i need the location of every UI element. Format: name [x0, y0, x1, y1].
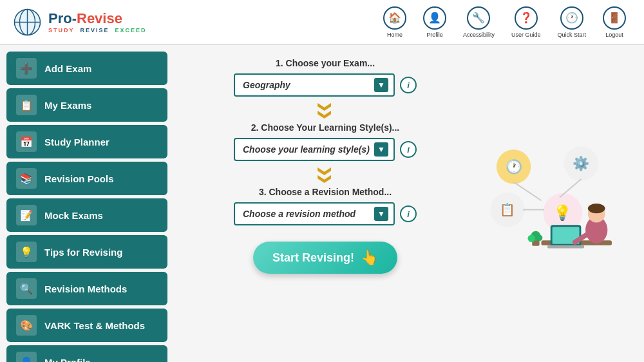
- sidebar-my-profile-label: My Profile: [44, 357, 91, 363]
- nav-quick-start-label: Quick Start: [557, 32, 586, 38]
- exam-select[interactable]: Geography Mathematics English Science Hi…: [234, 73, 395, 97]
- sidebar-mock-exams-label: Mock Exams: [44, 210, 103, 221]
- learning-style-select[interactable]: Choose your learning style(s) Visual Aud…: [234, 138, 395, 161]
- nav-home[interactable]: 🏠 Home: [378, 3, 412, 41]
- sidebar-my-exams-label: My Exams: [44, 100, 91, 111]
- step3-dropdown-wrapper: Choose a revision method Flashcards Mind…: [234, 202, 395, 225]
- sidebar-item-revision-pools[interactable]: 📚 Revision Pools: [6, 162, 167, 195]
- brand-name: Pro-Revise: [48, 10, 147, 27]
- user-guide-icon: ❓: [515, 6, 538, 30]
- content-area: 1. Choose your Exam... Geography Mathema…: [174, 45, 644, 362]
- step3-dropdown-row: Choose a revision method Flashcards Mind…: [193, 202, 457, 225]
- nav-user-guide-label: User Guide: [511, 32, 541, 38]
- main-layout: ➕ Add Exam 📋 My Exams 📅 Study Planner 📚 …: [0, 45, 644, 362]
- start-revising-label: Start Revising!: [272, 251, 354, 265]
- nav-accessibility-label: Accessibility: [463, 32, 495, 38]
- my-exams-icon: 📋: [16, 95, 37, 115]
- steps-section: 1. Choose your Exam... Geography Mathema…: [193, 58, 457, 349]
- nav-accessibility[interactable]: 🔧 Accessibility: [458, 3, 500, 41]
- my-profile-icon: 👤: [16, 352, 37, 362]
- nav-icons-bar: 🏠 Home 👤 Profile 🔧 Accessibility ❓ User …: [378, 3, 631, 41]
- revision-method-select[interactable]: Choose a revision method Flashcards Mind…: [234, 202, 395, 225]
- chevron-down-2-icon: ❯❯: [319, 42, 332, 306]
- hand-cursor-icon: 👆: [361, 249, 378, 266]
- svg-text:⚙️: ⚙️: [573, 155, 590, 172]
- svg-text:🕐: 🕐: [506, 158, 523, 175]
- sidebar-item-my-exams[interactable]: 📋 My Exams: [6, 88, 167, 122]
- logo-text: Pro-Revise STUDY REVISE EXCEED: [48, 10, 147, 33]
- revision-methods-icon: 🔍: [16, 278, 37, 299]
- sidebar-study-planner-label: Study Planner: [44, 137, 109, 148]
- profile-icon: 👤: [423, 6, 446, 30]
- sidebar-item-revision-methods[interactable]: 🔍 Revision Methods: [6, 272, 167, 305]
- svg-point-4: [15, 9, 41, 35]
- step1-dropdown-wrapper: Geography Mathematics English Science Hi…: [234, 73, 395, 97]
- nav-logout-label: Logout: [605, 32, 623, 38]
- sidebar-tips-revising-label: Tips for Revising: [44, 247, 122, 258]
- step2-dropdown-wrapper: Choose your learning style(s) Visual Aud…: [234, 138, 395, 161]
- sidebar-vark-test-label: VARK Test & Methods: [44, 320, 145, 331]
- logout-icon: 🚪: [603, 6, 626, 30]
- illustration-area: 🕐 ⚙️ 📋 💡: [470, 58, 625, 349]
- vark-test-icon: 🎨: [16, 315, 37, 336]
- home-icon: 🏠: [383, 6, 406, 30]
- study-planner-icon: 📅: [16, 131, 37, 152]
- svg-point-26: [528, 235, 535, 242]
- svg-text:💡: 💡: [553, 204, 572, 222]
- nav-quick-start[interactable]: 🕐 Quick Start: [552, 3, 591, 41]
- sidebar-item-vark-test[interactable]: 🎨 VARK Test & Methods: [6, 309, 167, 342]
- nav-logout[interactable]: 🚪 Logout: [598, 3, 631, 41]
- sidebar-revision-methods-label: Revision Methods: [44, 283, 127, 294]
- svg-point-22: [588, 204, 605, 213]
- step2-info-button[interactable]: i: [400, 141, 417, 158]
- step1-info-button[interactable]: i: [400, 77, 417, 93]
- svg-line-14: [560, 179, 581, 198]
- sidebar-item-mock-exams[interactable]: 📝 Mock Exams: [6, 198, 167, 232]
- step3-info-button[interactable]: i: [400, 205, 417, 222]
- mock-exams-icon: 📝: [16, 205, 37, 225]
- accessibility-icon: 🔧: [467, 6, 490, 30]
- sidebar-item-my-profile[interactable]: 👤 My Profile: [6, 345, 167, 362]
- svg-point-27: [536, 235, 543, 242]
- nav-profile-label: Profile: [426, 32, 443, 38]
- sidebar: ➕ Add Exam 📋 My Exams 📅 Study Planner 📚 …: [0, 45, 174, 362]
- tips-revising-icon: 💡: [16, 242, 37, 262]
- tagline: STUDY REVISE EXCEED: [48, 27, 147, 33]
- sidebar-item-add-exam[interactable]: ➕ Add Exam: [6, 52, 167, 85]
- sidebar-revision-pools-label: Revision Pools: [44, 173, 114, 184]
- logo-globe-icon: [13, 8, 42, 37]
- nav-user-guide[interactable]: ❓ User Guide: [506, 3, 546, 41]
- add-exam-icon: ➕: [16, 58, 37, 79]
- sidebar-item-study-planner[interactable]: 📅 Study Planner: [6, 125, 167, 158]
- svg-text:📋: 📋: [500, 202, 515, 217]
- quick-start-icon: 🕐: [560, 6, 583, 30]
- svg-rect-19: [547, 245, 584, 249]
- sidebar-add-exam-label: Add Exam: [44, 63, 91, 74]
- sidebar-item-tips-revising[interactable]: 💡 Tips for Revising: [6, 235, 167, 269]
- revision-pools-icon: 📚: [16, 168, 37, 189]
- revision-illustration: 🕐 ⚙️ 📋 💡: [477, 139, 618, 268]
- nav-home-label: Home: [387, 32, 402, 38]
- nav-profile[interactable]: 👤 Profile: [418, 3, 451, 41]
- logo-area: Pro-Revise STUDY REVISE EXCEED: [13, 8, 147, 37]
